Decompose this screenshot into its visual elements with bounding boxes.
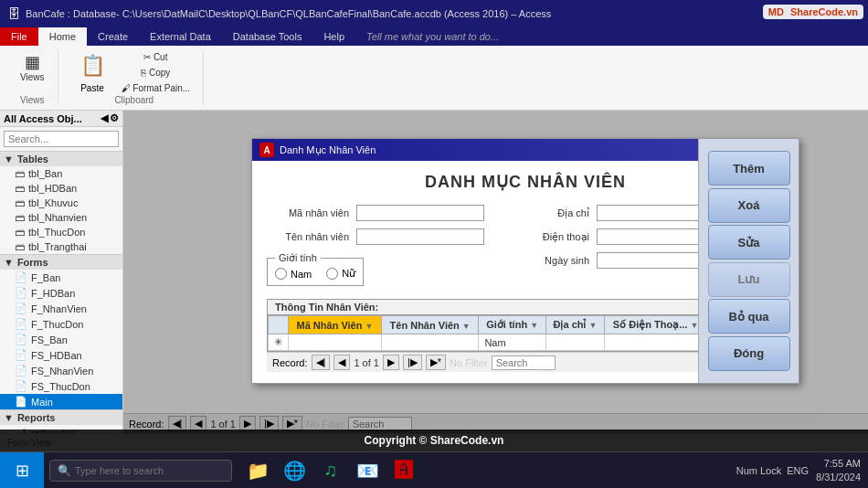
sidebar-collapse-icon[interactable]: ◀: [101, 112, 108, 124]
sharecode-logo-text: MD: [768, 6, 784, 17]
sidebar-item-f-hdban[interactable]: 📄 F_HDBan: [0, 285, 122, 301]
ribbon: File Home Create External Data Database …: [0, 27, 868, 111]
form-icon: 📄: [15, 365, 27, 377]
sidebar-item-tbl-nhanvien[interactable]: 🗃 tbl_Nhanvien: [0, 210, 122, 225]
luu-label: Lưu: [738, 272, 760, 286]
sidebar-item-fs-hdban[interactable]: 📄 FS_HDBan: [0, 347, 122, 363]
sidebar-item-f-thucdon[interactable]: 📄 F_ThucDon: [0, 316, 122, 332]
f-hdban-label: F_HDBan: [31, 288, 75, 299]
sidebar-options-icon[interactable]: ⚙: [110, 112, 119, 124]
ten-nhan-vien-input[interactable]: [356, 228, 484, 245]
reports-expand-icon: ▼: [4, 412, 14, 423]
sidebar-item-fs-nhanvien[interactable]: 📄 FS_NhanVien: [0, 363, 122, 378]
modal-search-input[interactable]: [492, 355, 556, 370]
action-buttons-panel: Thêm Xoá Sửa Lưu: [698, 139, 799, 383]
tab-create[interactable]: Create: [87, 27, 139, 46]
col-gioi-tinh[interactable]: Giới tính ▼: [479, 316, 546, 334]
views-group-label: Views: [15, 95, 50, 105]
col-so-dien-thoai[interactable]: Số Điện Thoạ... ▼: [605, 316, 707, 334]
modal-nav-last[interactable]: |▶: [403, 355, 422, 370]
sidebar-item-f-ban[interactable]: 📄 F_Ban: [0, 270, 122, 285]
taskbar-icon-spotify[interactable]: ♫: [314, 454, 347, 487]
taskbar-search-container: 🔍: [49, 460, 232, 482]
col-dia-chi[interactable]: Địa chỉ ▼: [545, 316, 604, 334]
taskbar-date-display: 8/31/2024: [816, 471, 861, 483]
tab-tell-me[interactable]: Tell me what you want to do...: [355, 27, 510, 46]
sidebar-item-fs-thucdon[interactable]: 📄 FS_ThucDon: [0, 378, 122, 394]
col-ma-nhan-vien[interactable]: Mã Nhân Viên ▼: [289, 316, 382, 334]
taskbar-icon-browser[interactable]: 🌐: [278, 454, 311, 487]
sharecode-logo-brand: ShareCode.vn: [790, 6, 858, 17]
ma-nhan-vien-input[interactable]: [356, 205, 484, 221]
tables-label: Tables: [17, 154, 48, 164]
ribbon-tabs: File Home Create External Data Database …: [0, 27, 868, 46]
access-titlebar: 🗄 BanCafe : Database- C:\Users\DatMailC\…: [0, 0, 868, 27]
desktop: 🗄 BanCafe : Database- C:\Users\DatMailC\…: [0, 0, 868, 488]
modal-nav-prev[interactable]: ◀: [333, 355, 350, 370]
sidebar-section-forms[interactable]: ▼ Forms: [0, 254, 122, 270]
modal-nav-next[interactable]: ▶: [383, 355, 399, 370]
main-area: All Access Obj... ◀ ⚙ ▼ Tables 🗃 tbl_Ban: [0, 111, 868, 433]
forms-expand-icon: ▼: [4, 257, 14, 268]
taskbar-icon-app2[interactable]: 🅰: [387, 454, 420, 487]
taskbar-time-display: 7:55 AM: [816, 457, 861, 470]
tab-help[interactable]: Help: [312, 27, 355, 46]
gender-nu-option[interactable]: Nữ: [326, 268, 355, 280]
gender-nu-radio[interactable]: [326, 268, 338, 280]
gender-nam-option[interactable]: Nam: [275, 268, 312, 280]
sidebar-item-tbl-khuvuc[interactable]: 🗃 tbl_Khuvuc: [0, 196, 122, 210]
gender-fieldset: Giới tính Nam Nữ: [267, 252, 364, 286]
paste-label: Paste: [80, 83, 104, 93]
ten-nhan-vien-label: Tên nhân viên: [267, 231, 349, 242]
form-icon: 📄: [15, 396, 27, 408]
row-indicator: ✳: [269, 334, 289, 351]
ma-nhan-vien-row: Mã nhân viên: [267, 205, 525, 221]
tab-home[interactable]: Home: [38, 27, 87, 46]
sua-button[interactable]: Sửa: [708, 225, 790, 260]
tbl-ban-label: tbl_Ban: [28, 168, 62, 179]
taskbar-search-input[interactable]: [75, 465, 221, 476]
sidebar-item-tbl-thucdon[interactable]: 🗃 tbl_ThucDon: [0, 225, 122, 239]
sidebar-search-input[interactable]: [4, 131, 119, 147]
taskbar-icon-explorer[interactable]: 📁: [241, 454, 274, 487]
tbl-khuvuc-label: tbl_Khuvuc: [28, 197, 78, 208]
ngay-sinh-label: Ngày sinh: [525, 255, 589, 266]
sidebar-item-tbl-trangthai[interactable]: 🗃 tbl_Trangthai: [0, 239, 122, 254]
ma-nhan-vien-label: Mã nhân viên: [267, 207, 349, 218]
taskbar-right: Num Lock ENG 7:55 AM 8/31/2024: [736, 457, 868, 483]
modal-nav-first[interactable]: ◀|: [312, 355, 331, 370]
them-button[interactable]: Thêm: [708, 151, 790, 186]
sidebar-section-reports[interactable]: ▼ Reports: [0, 409, 122, 425]
paste-button[interactable]: 📋: [73, 50, 112, 81]
sidebar-section-tables[interactable]: ▼ Tables: [0, 151, 122, 166]
dong-label: Đóng: [734, 346, 764, 360]
sidebar-item-tbl-ban[interactable]: 🗃 tbl_Ban: [0, 166, 122, 181]
view-icon: ▦: [25, 52, 40, 72]
luu-button[interactable]: Lưu: [708, 262, 790, 297]
tab-external-data[interactable]: External Data: [139, 27, 222, 46]
col-ten-nhan-vien[interactable]: Tên Nhân Viên ▼: [381, 316, 478, 334]
modal-nav-new[interactable]: ▶*: [426, 355, 446, 370]
tab-database-tools[interactable]: Database Tools: [222, 27, 313, 46]
gender-nam-radio[interactable]: [275, 268, 287, 280]
form-icon: 📄: [15, 302, 27, 314]
dong-button[interactable]: Đóng: [708, 336, 790, 371]
format-painter-button[interactable]: 🖌 Format Pain...: [116, 81, 196, 95]
spotify-icon: ♫: [324, 460, 338, 481]
taskbar-icon-app1[interactable]: 📧: [351, 454, 384, 487]
fs-hdban-label: FS_HDBan: [31, 350, 82, 361]
tab-file[interactable]: File: [0, 27, 38, 46]
sidebar-item-f-nhanvien[interactable]: 📄 F_NhanVien: [0, 301, 122, 316]
view-button[interactable]: ▦ Views: [15, 50, 50, 84]
xoa-button[interactable]: Xoá: [708, 188, 790, 223]
sidebar-item-main[interactable]: 📄 Main: [0, 394, 122, 409]
start-button[interactable]: ⊞: [0, 452, 44, 489]
bo-qua-button[interactable]: Bỏ qua: [708, 299, 790, 334]
tbl-thucdon-label: tbl_ThucDon: [28, 227, 85, 238]
sidebar-item-tbl-hdban[interactable]: 🗃 tbl_HDBan: [0, 181, 122, 196]
browser-icon: 🌐: [283, 460, 306, 482]
copy-button[interactable]: ⎘ Copy: [116, 66, 196, 80]
cut-button[interactable]: ✂ Cut: [116, 50, 196, 64]
fs-ban-label: FS_Ban: [31, 334, 68, 345]
sidebar-item-fs-ban[interactable]: 📄 FS_Ban: [0, 332, 122, 347]
